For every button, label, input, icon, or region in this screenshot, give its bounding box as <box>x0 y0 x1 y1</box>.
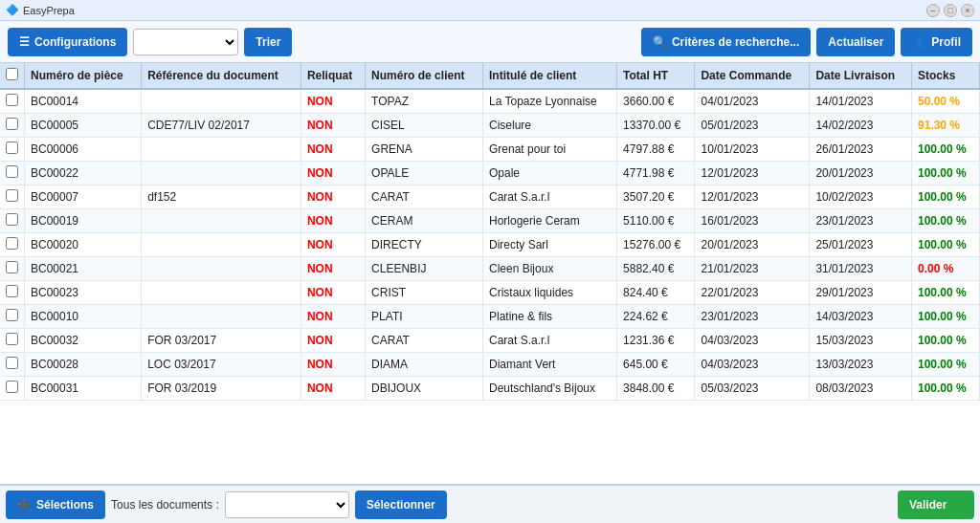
row-numero: BC00032 <box>25 329 142 353</box>
col-numero: Numéro de pièce <box>25 63 142 89</box>
row-checkbox[interactable] <box>6 237 18 250</box>
row-reference <box>142 162 301 185</box>
selections-button[interactable]: ➕ Sélections <box>6 490 105 519</box>
row-checkbox-cell <box>0 114 25 138</box>
row-total-ht: 224.62 € <box>617 305 695 329</box>
row-num-client: DIAMA <box>366 353 483 377</box>
tous-docs-select[interactable] <box>225 491 349 518</box>
row-total-ht: 1231.36 € <box>617 329 695 353</box>
trier-button[interactable]: Trier <box>244 28 292 56</box>
profil-button[interactable]: 👤 Profil <box>901 28 972 56</box>
table-row: BC00028LOC 03/2017NONDIAMADiamant Vert64… <box>0 353 980 377</box>
row-checkbox-cell <box>0 233 25 257</box>
row-numero: BC00006 <box>25 138 142 162</box>
row-reliquat: NON <box>301 233 365 257</box>
row-checkbox[interactable] <box>6 213 18 226</box>
table-row: BC00006NONGRENAGrenat pour toi4797.88 €1… <box>0 138 980 162</box>
row-stocks: 100.00 % <box>911 233 979 257</box>
row-reference <box>142 281 301 305</box>
configurations-button[interactable]: ☰ Configurations <box>8 28 127 56</box>
row-stocks: 100.00 % <box>911 377 979 401</box>
row-date-cmd: 10/01/2023 <box>695 138 810 162</box>
selectionner-button[interactable]: Sélectionner <box>355 490 447 519</box>
config-select[interactable] <box>133 29 238 55</box>
row-numero: BC00020 <box>25 233 142 257</box>
row-numero: BC00023 <box>25 281 142 305</box>
search-icon: 🔍 <box>653 35 667 49</box>
minimize-button[interactable]: – <box>926 4 940 17</box>
title-bar: 🔷 EasyPrepa – □ × <box>0 0 980 21</box>
select-all-checkbox[interactable] <box>6 68 18 80</box>
col-date-liv: Date Livraison <box>810 63 912 89</box>
app-icon: 🔷 <box>6 4 19 16</box>
table-header: Numéro de pièce Référence du document Re… <box>0 63 980 89</box>
row-num-client: GRENA <box>366 138 483 162</box>
col-date-cmd: Date Commande <box>695 63 810 89</box>
row-stocks: 100.00 % <box>911 305 979 329</box>
row-checkbox[interactable] <box>6 165 18 178</box>
valider-button[interactable]: Valider <box>898 490 974 519</box>
table-row: BC00021NONCLEENBIJCleen Bijoux5882.40 €2… <box>0 257 980 281</box>
row-date-liv: 14/02/2023 <box>810 114 912 138</box>
row-checkbox-cell <box>0 329 25 353</box>
col-num-client: Numéro de client <box>366 63 483 89</box>
row-reliquat: NON <box>301 138 365 162</box>
close-button[interactable]: × <box>961 4 974 17</box>
row-date-liv: 29/01/2023 <box>810 281 912 305</box>
row-total-ht: 13370.00 € <box>617 114 695 138</box>
row-num-client: DBIJOUX <box>366 377 483 401</box>
row-checkbox[interactable] <box>6 118 18 130</box>
row-stocks: 100.00 % <box>911 209 979 233</box>
row-checkbox[interactable] <box>6 94 18 106</box>
row-stocks: 0.00 % <box>911 257 979 281</box>
row-intitule: Directy Sarl <box>483 233 617 257</box>
row-numero: BC00022 <box>25 162 142 185</box>
row-checkbox[interactable] <box>6 333 18 345</box>
col-reliquat: Reliquat <box>301 63 365 89</box>
maximize-button[interactable]: □ <box>944 4 957 17</box>
row-stocks: 100.00 % <box>911 281 979 305</box>
row-checkbox-cell <box>0 353 25 377</box>
row-reference <box>142 138 301 162</box>
row-date-liv: 25/01/2023 <box>810 233 912 257</box>
table-row: BC00019NONCERAMHorlogerie Ceram5110.00 €… <box>0 209 980 233</box>
col-stocks: Stocks <box>911 63 979 89</box>
orders-table: Numéro de pièce Référence du document Re… <box>0 63 980 401</box>
row-checkbox-cell <box>0 209 25 233</box>
criteres-button[interactable]: 🔍 Critères de recherche... <box>641 28 811 56</box>
row-total-ht: 4797.88 € <box>617 138 695 162</box>
row-checkbox-cell <box>0 377 25 401</box>
table-row: BC00014NONTOPAZLa Topaze Lyonnaise3660.0… <box>0 89 980 114</box>
row-date-cmd: 04/03/2023 <box>695 353 810 377</box>
row-stocks: 100.00 % <box>911 138 979 162</box>
row-date-liv: 23/01/2023 <box>810 209 912 233</box>
row-checkbox[interactable] <box>6 381 18 393</box>
row-checkbox[interactable] <box>6 357 18 369</box>
row-reliquat: NON <box>301 281 365 305</box>
row-total-ht: 5882.40 € <box>617 257 695 281</box>
toolbar: ☰ Configurations Trier 🔍 Critères de rec… <box>0 21 980 63</box>
row-checkbox[interactable] <box>6 189 18 202</box>
row-reference <box>142 233 301 257</box>
row-checkbox[interactable] <box>6 309 18 321</box>
row-reliquat: NON <box>301 257 365 281</box>
row-intitule: Carat S.a.r.l <box>483 329 617 353</box>
row-num-client: CISEL <box>366 114 483 138</box>
row-num-client: TOPAZ <box>366 89 483 114</box>
table-row: BC00032FOR 03/2017NONCARATCarat S.a.r.l1… <box>0 329 980 353</box>
row-date-cmd: 22/01/2023 <box>695 281 810 305</box>
row-date-cmd: 04/01/2023 <box>695 89 810 114</box>
row-date-cmd: 12/01/2023 <box>695 185 810 209</box>
row-num-client: OPALE <box>366 162 483 185</box>
row-checkbox[interactable] <box>6 142 18 154</box>
col-total: Total HT <box>617 63 695 89</box>
row-num-client: CLEENBIJ <box>366 257 483 281</box>
row-numero: BC00028 <box>25 353 142 377</box>
actualiser-button[interactable]: Actualiser <box>816 28 895 56</box>
row-checkbox-cell <box>0 138 25 162</box>
tous-docs-label: Tous les documents : <box>111 498 219 512</box>
row-checkbox[interactable] <box>6 261 18 273</box>
row-reference: FOR 03/2019 <box>142 377 301 401</box>
row-checkbox[interactable] <box>6 285 18 297</box>
row-total-ht: 3660.00 € <box>617 89 695 114</box>
